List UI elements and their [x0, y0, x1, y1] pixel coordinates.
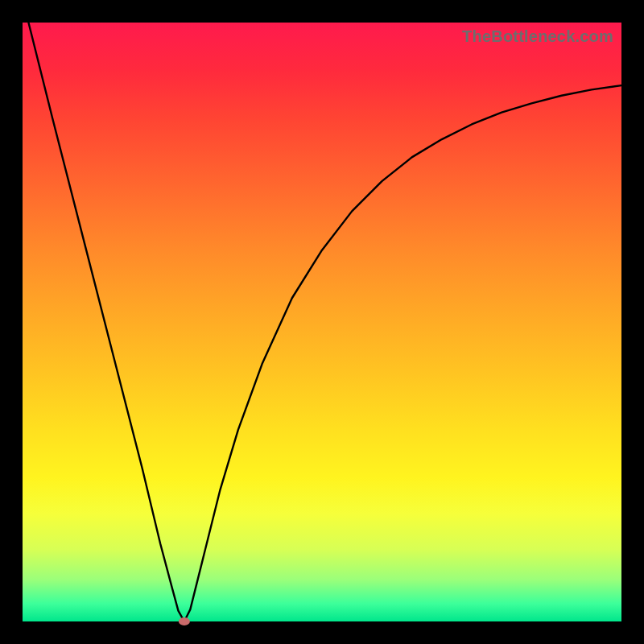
plot-area: TheBottleneck.com: [23, 23, 621, 621]
chart-container: TheBottleneck.com: [0, 0, 644, 644]
curve-svg: [23, 23, 621, 621]
bottleneck-curve: [28, 23, 621, 621]
minimum-marker: [179, 617, 190, 625]
